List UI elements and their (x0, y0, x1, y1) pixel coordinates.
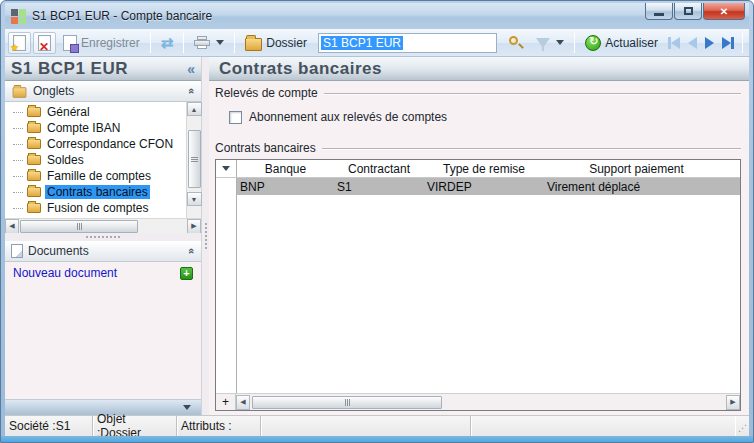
minimize-button[interactable] (645, 3, 673, 20)
nouveau-document-link[interactable]: Nouveau document (13, 266, 117, 280)
scrollbar-thumb[interactable] (20, 220, 138, 233)
status-objet: Objet :Dossier (93, 416, 177, 436)
folder-icon (27, 107, 41, 117)
column-header-contractant[interactable]: Contractant (334, 160, 424, 177)
scrollbar-thumb[interactable] (252, 396, 442, 409)
folder-icon (13, 87, 27, 97)
nav-next-icon (705, 37, 714, 49)
folder-icon (245, 38, 262, 51)
close-button[interactable]: ✕ (703, 3, 745, 20)
status-empty (471, 416, 735, 436)
new-button[interactable]: ★ (8, 32, 31, 54)
actualiser-icon (585, 35, 601, 51)
actualiser-button[interactable]: Actualiser (580, 32, 663, 54)
window-bottom-edge (1, 436, 753, 442)
new-document-icon: ★ (13, 35, 26, 51)
nav-last-button[interactable] (719, 33, 737, 53)
maximize-button[interactable] (674, 3, 702, 20)
sidebar-item-compte-iban[interactable]: Compte IBAN (9, 120, 186, 136)
scroll-down-icon[interactable]: ▼ (187, 192, 202, 206)
folder-open-icon (27, 187, 41, 197)
filter-button[interactable] (531, 32, 569, 54)
resize-grip[interactable]: ⋰ (735, 416, 749, 436)
search-icon (508, 35, 524, 51)
scroll-left-icon[interactable]: ◀ (5, 219, 19, 234)
printer-icon (194, 36, 210, 49)
refresh-button[interactable]: ⇄ (156, 32, 179, 54)
folder-icon (27, 123, 41, 133)
folder-icon (27, 171, 41, 181)
sidebar-item-contrats-bancaires[interactable]: Contrats bancaires (9, 184, 186, 200)
nav-next-button[interactable] (702, 33, 717, 53)
folder-icon (27, 203, 41, 213)
dossier-label: Dossier (266, 36, 307, 50)
folder-icon (27, 155, 41, 165)
sidebar-item-general[interactable]: Général (9, 104, 186, 120)
sidebar-item-soldes[interactable]: Soldes (9, 152, 186, 168)
abonnement-checkbox[interactable] (229, 111, 242, 124)
column-header-banque[interactable]: Banque (237, 160, 334, 177)
document-icon (11, 244, 23, 258)
app-window: S1 BCP1 EUR - Compte bancaire ✕ ★ ✕ Enre… (0, 0, 754, 443)
tree-horizontal-scrollbar[interactable]: ◀ ▶ (5, 218, 201, 233)
collapse-panel-icon[interactable]: « (186, 248, 198, 254)
title-bar: S1 BCP1 EUR - Compte bancaire ✕ (5, 3, 749, 29)
minimize-icon (654, 13, 664, 16)
row-selector-dropdown[interactable] (216, 160, 237, 177)
dossier-button[interactable]: Dossier (240, 32, 312, 54)
scroll-right-icon[interactable]: ▶ (187, 219, 201, 234)
tree-vertical-scrollbar[interactable]: ▲ ▼ (186, 102, 201, 218)
sidebar-collapse-icon[interactable]: « (187, 61, 195, 77)
search-value: S1 BCP1 EUR (321, 36, 403, 50)
chevron-down-icon (222, 166, 230, 171)
status-bar: Société :S1 Objet :Dossier Attributs : ⋰ (5, 415, 749, 436)
app-icon (11, 9, 26, 24)
toolbar-separator (150, 33, 151, 53)
main-toolbar: ★ ✕ Enregistrer ⇄ Dossier S1 BCP1 EUR (5, 29, 749, 57)
add-row-button[interactable]: + (216, 394, 236, 410)
window-title: S1 BCP1 EUR - Compte bancaire (32, 9, 212, 23)
sidebar-item-fusion-de-comptes[interactable]: Fusion de comptes (9, 200, 186, 216)
column-header-type-de-remise[interactable]: Type de remise (424, 160, 544, 177)
documents-panel-header[interactable]: Documents « (5, 241, 201, 262)
save-label: Enregistrer (81, 36, 140, 50)
onglets-panel-header[interactable]: Onglets « (5, 81, 201, 102)
add-document-button[interactable]: + (180, 267, 193, 280)
table-row[interactable]: BNP S1 VIRDEP Virement déplacé (216, 178, 740, 195)
save-button[interactable]: Enregistrer (58, 32, 145, 54)
scrollbar-thumb[interactable] (188, 130, 201, 188)
sidebar-item-correspondance-cfonb[interactable]: Correspondance CFON (9, 136, 186, 152)
delete-button[interactable]: ✕ (33, 32, 56, 54)
search-input[interactable]: S1 BCP1 EUR (318, 33, 497, 53)
filter-dropdown-icon (556, 40, 564, 45)
close-icon: ✕ (720, 6, 728, 17)
table-horizontal-scrollbar[interactable]: ◀ ▶ (236, 394, 740, 410)
nav-previous-button[interactable] (685, 33, 700, 53)
panel-splitter[interactable] (5, 233, 201, 241)
status-attributs: Attributs : (177, 416, 261, 436)
page-title: Contrats bancaires (219, 59, 382, 79)
nav-first-button[interactable] (665, 33, 683, 53)
row-selector[interactable] (216, 178, 237, 195)
nav-last-icon (722, 37, 731, 49)
contrats-group-label: Contrats bancaires (215, 141, 741, 155)
scroll-up-icon[interactable]: ▲ (187, 102, 202, 116)
toolbar-separator (234, 33, 235, 53)
sidebar-main-splitter[interactable] (202, 57, 209, 415)
scroll-right-icon[interactable]: ▶ (726, 395, 740, 410)
onglets-tree: Général Compte IBAN Correspondance CFON … (5, 102, 201, 218)
scroll-left-icon[interactable]: ◀ (236, 395, 250, 410)
column-header-support-paiement[interactable]: Support paiement (544, 160, 729, 177)
search-button[interactable] (503, 32, 529, 54)
save-icon (63, 35, 77, 51)
actualiser-label: Actualiser (605, 36, 658, 50)
print-button[interactable] (189, 32, 229, 54)
collapse-panel-icon[interactable]: « (186, 88, 198, 94)
status-societe: Société :S1 (5, 416, 93, 436)
sidebar-item-famille-de-comptes[interactable]: Famille de comptes (9, 168, 186, 184)
maximize-icon (684, 7, 693, 15)
sidebar-title: S1 BCP1 EUR (11, 59, 128, 79)
table-header-row: Banque Contractant Type de remise Suppor… (216, 160, 740, 178)
documents-panel-title: Documents (28, 244, 89, 258)
nav-previous-icon (688, 37, 697, 49)
